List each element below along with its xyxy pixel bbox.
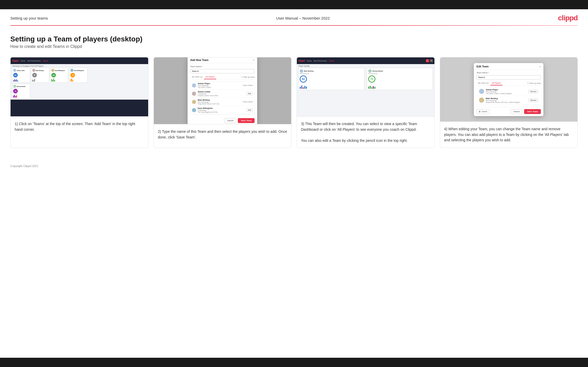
mock1-players-grid: Adrian Collis 84 xyxy=(12,68,147,83)
mock3-logo: clippd xyxy=(298,59,305,62)
delete-button[interactable]: 🗑 Delete xyxy=(476,109,490,114)
player-name-2: Adrian Coliba xyxy=(198,91,245,93)
player-row-3: Blair McHarg Plus Handicap Royal North D… xyxy=(190,98,254,106)
tab-all-players[interactable]: All Players xyxy=(204,75,216,79)
edit-dialog-title: Edit Team xyxy=(476,65,489,68)
mock1-nav-home: Home xyxy=(21,60,26,62)
mock1-avatar-1 xyxy=(13,69,16,72)
player-list: Adrian Player Plus Handicap The Shire Lo… xyxy=(190,81,255,115)
edit-tab-all-players[interactable]: All Players xyxy=(490,81,502,85)
edit-dialog-tabs: My Team (2) All Players ☐ Filter by name xyxy=(476,81,541,86)
page-footer: Copyright Clippd 2021 xyxy=(0,161,588,173)
card-1: clippd Home My Performance Teams Showing… xyxy=(10,57,148,148)
edit-avatar-2 xyxy=(479,98,484,103)
mock3-body: Player Quality Blair McHarg Plus Handica… xyxy=(297,64,434,116)
screenshot-4: Edit Team × Team Name * My Team (2) All … xyxy=(440,57,578,122)
screenshot-1: clippd Home My Performance Teams Showing… xyxy=(11,57,148,117)
team-name-label: Team Name * xyxy=(190,65,255,68)
card-3-desc: 3) This Team will then be created. You c… xyxy=(297,117,434,148)
dialog-tabs: My Team (2) All Players ☐ Filter by name xyxy=(190,75,255,80)
save-team-button[interactable]: Save Team xyxy=(238,118,255,123)
player-info-2: Adrian Coliba 1 Handicap Central London … xyxy=(198,91,245,97)
edit-team-name-label: Team Name * xyxy=(476,72,541,74)
edit-filter: ☐ Filter by name xyxy=(527,81,541,85)
player-status-1: Player Added xyxy=(243,84,253,86)
dialog-title: Add New Team xyxy=(190,59,208,62)
player-detail-2: 1 Handicap xyxy=(198,93,245,95)
mock3-pencil-btn[interactable]: ✎ xyxy=(430,59,433,62)
mock1-player-4: Dave Billingham 78 xyxy=(69,68,87,83)
mock3-detail-2: Plus Handicap xyxy=(368,73,432,74)
header: Setting up your teams User Manual – Nove… xyxy=(0,9,588,25)
mock1-avatar-4 xyxy=(70,69,73,72)
page-subtitle: How to create and edit Teams in Clippd xyxy=(10,44,578,49)
mock1-bars-1 xyxy=(13,78,29,82)
edit-tab-my-team[interactable]: My Team (2) xyxy=(476,81,490,85)
player-avatar-3 xyxy=(192,100,196,104)
remove-player-2-btn[interactable]: Remove xyxy=(528,99,538,102)
mock3-player-1: Blair McHarg Plus Handicap 94 xyxy=(298,68,364,90)
card-3: clippd Home My Performance Teams + ✎ Pla… xyxy=(297,57,435,148)
mock3-subtitle: Player Quality xyxy=(298,65,433,67)
dialog-body: Team Name * My Team (2) All Players ☐ Fi… xyxy=(188,63,257,117)
mock1-score-1: 84 xyxy=(13,73,18,77)
trash-icon: 🗑 xyxy=(479,110,481,113)
edit-team-dialog: Edit Team × Team Name * My Team (2) All … xyxy=(474,63,543,116)
mock1-logo: clippd xyxy=(12,59,19,62)
team-name-input[interactable] xyxy=(190,69,255,73)
edit-filter-checkbox[interactable]: ☐ xyxy=(527,82,529,84)
edit-player-info-2: Blair McHarg Plus Handicap Royal North D… xyxy=(486,97,527,103)
screenshot-2: Add New Team × Team Name * My Team (2) A… xyxy=(154,57,291,124)
mock1-player-2: Blair McHarg 0 xyxy=(31,68,49,83)
mock1-bars-3 xyxy=(51,78,67,82)
edit-avatar-1 xyxy=(479,89,484,94)
card-4: Edit Team × Team Name * My Team (2) All … xyxy=(440,57,578,148)
mock1-score-2: 0 xyxy=(32,73,37,77)
mock3-nav-perf: My Performance xyxy=(314,60,327,62)
mock3-avatar-2 xyxy=(368,69,372,73)
edit-body: Team Name * My Team (2) All Players ☐ Fi… xyxy=(474,70,543,106)
tab-my-team[interactable]: My Team (2) xyxy=(190,75,204,79)
player-row-4: Dave Billingham 5 Handicap The Dug Magin… xyxy=(190,106,254,114)
mock1-player-1: Adrian Collis 84 xyxy=(12,68,30,83)
mock1-player-5: Richard Butler 72 xyxy=(12,84,30,99)
cancel-button[interactable]: Cancel xyxy=(224,118,236,123)
edit-player-location-2: Royal North Devon Golf Club, United King… xyxy=(486,101,527,103)
card-4-desc: 4) When editing your Team, you can chang… xyxy=(440,122,578,148)
mock3-add-btn[interactable]: + xyxy=(426,59,429,62)
main-content: Setting up a Team of players (desktop) H… xyxy=(0,26,588,161)
player-detail-3: Plus Handicap xyxy=(198,101,241,103)
dialog-close-icon[interactable]: × xyxy=(253,58,255,62)
card-2: Add New Team × Team Name * My Team (2) A… xyxy=(154,57,292,148)
add-player-2-btn[interactable]: Add xyxy=(246,92,253,95)
edit-player-row-1: Adrian Player Plus Handicap The Shire Lo… xyxy=(476,87,541,96)
mock1-players-row2: Richard Butler 72 xyxy=(12,84,147,99)
player-status-3: Player Added xyxy=(243,101,253,103)
remove-player-1-btn[interactable]: Remove xyxy=(528,90,538,93)
edit-footer: 🗑 Delete Cancel Save Team xyxy=(474,107,543,116)
mock1-nav: clippd Home My Performance Teams xyxy=(11,57,148,64)
footer-copyright: Copyright Clippd 2021 xyxy=(10,164,38,168)
edit-team-name-input[interactable] xyxy=(476,75,541,80)
mock3-nav: clippd Home My Performance Teams + ✎ xyxy=(297,57,434,64)
mock1-player-3: Dave Billingham 94 xyxy=(50,68,68,83)
mock1-body: Showing 5 of 8 players from All Players … xyxy=(11,64,148,100)
edit-dialog-close[interactable]: × xyxy=(539,65,541,68)
mock3-score-1: 94 xyxy=(300,75,307,83)
mock1-nav-teams: Teams xyxy=(43,60,48,62)
player-detail-1b: The Shire London xyxy=(198,86,241,88)
mock1-nav-perf: My Performance xyxy=(27,60,40,62)
edit-save-team-button[interactable]: Save Team xyxy=(524,109,541,114)
edit-cancel-button[interactable]: Cancel xyxy=(510,109,523,114)
edit-player-row-2: Blair McHarg Plus Handicap Royal North D… xyxy=(476,96,541,105)
player-name-4: Dave Billingham xyxy=(198,107,245,109)
player-info-1: Adrian Player Plus Handicap The Shire Lo… xyxy=(198,82,241,88)
filter-checkbox[interactable]: ☐ xyxy=(241,76,242,78)
edit-footer-right: Cancel Save Team xyxy=(510,109,541,114)
cards-row: clippd Home My Performance Teams Showing… xyxy=(10,57,578,148)
mock3-bars-1 xyxy=(300,84,363,89)
player-name-1: Adrian Player xyxy=(198,82,241,85)
card-2-desc: 2) Type the name of this Team and then s… xyxy=(154,124,291,148)
mock3-detail-1: Plus Handicap xyxy=(300,73,363,74)
add-player-4-btn[interactable]: Add xyxy=(246,108,253,112)
